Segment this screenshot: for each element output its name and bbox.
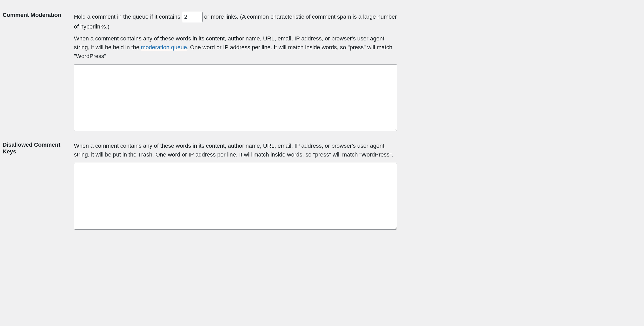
comment-moderation-heading: Comment Moderation	[3, 9, 74, 139]
disallowed-keys-cell: When a comment contains any of these wor…	[74, 139, 641, 237]
comment-moderation-row: Comment Moderation Hold a comment in the…	[3, 9, 641, 139]
moderation-queue-link[interactable]: moderation queue	[141, 44, 187, 51]
hold-prefix-text: Hold a comment in the queue if it contai…	[74, 13, 182, 20]
hold-links-paragraph: Hold a comment in the queue if it contai…	[74, 12, 397, 31]
moderation-keys-description: When a comment contains any of these wor…	[74, 34, 397, 61]
comment-moderation-cell: Hold a comment in the queue if it contai…	[74, 9, 641, 139]
moderation-keys-textarea[interactable]	[74, 64, 397, 131]
discussion-settings-table: Comment Moderation Hold a comment in the…	[3, 9, 641, 237]
disallowed-keys-heading: Disallowed Comment Keys	[3, 139, 74, 237]
disallowed-keys-textarea[interactable]	[74, 163, 397, 230]
max-links-input[interactable]	[182, 12, 203, 22]
disallowed-keys-description: When a comment contains any of these wor…	[74, 141, 397, 159]
disallowed-keys-row: Disallowed Comment Keys When a comment c…	[3, 139, 641, 237]
